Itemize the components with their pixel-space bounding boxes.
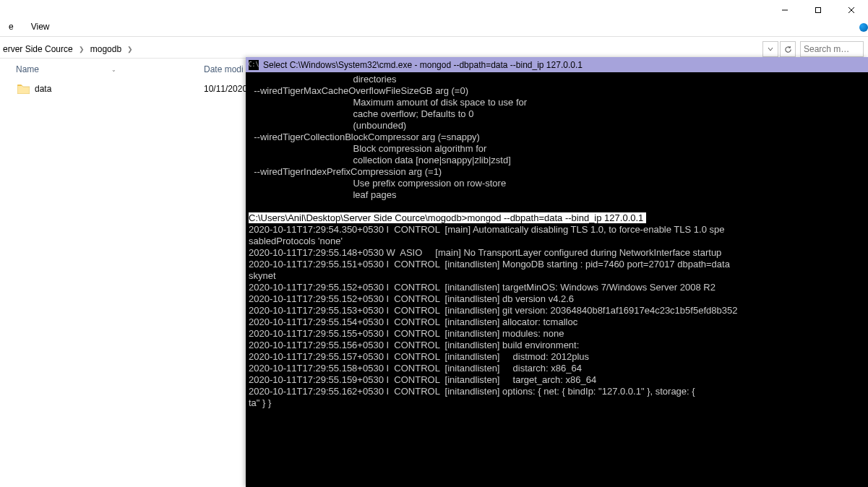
address-bar: erver Side Cource ❯ mogodb ❯ bbox=[0, 40, 868, 58]
refresh-button[interactable] bbox=[780, 41, 796, 57]
cmd-icon: C:\ bbox=[249, 60, 259, 70]
column-header-name[interactable]: Name ⌄ bbox=[16, 62, 204, 77]
search-input[interactable] bbox=[804, 44, 860, 54]
close-button[interactable] bbox=[835, 0, 868, 20]
ribbon-separator bbox=[0, 36, 868, 37]
cmd-body[interactable]: directories --wiredTigerMaxCacheOverflow… bbox=[246, 72, 868, 410]
search-box[interactable] bbox=[800, 41, 864, 57]
cmd-window[interactable]: C:\ Select C:\Windows\System32\cmd.exe -… bbox=[246, 57, 868, 487]
column-header-date-label: Date modi bbox=[204, 64, 244, 74]
cmd-prompt-line: C:\Users\Anil\Desktop\Server Side Cource… bbox=[249, 212, 646, 223]
breadcrumb-chevron-icon[interactable]: ❯ bbox=[124, 46, 136, 53]
folder-icon bbox=[16, 83, 30, 95]
svg-rect-1 bbox=[816, 8, 821, 13]
maximize-button[interactable] bbox=[802, 0, 835, 20]
cmd-title: Select C:\Windows\System32\cmd.exe - mon… bbox=[263, 59, 583, 71]
breadcrumb-item-1[interactable]: mogodb bbox=[87, 44, 124, 54]
file-name: data bbox=[35, 84, 204, 94]
menu-item-0[interactable]: e bbox=[0, 20, 22, 36]
breadcrumb-item-0[interactable]: erver Side Cource bbox=[0, 44, 76, 54]
column-header-name-label: Name bbox=[16, 64, 39, 74]
address-dropdown-button[interactable] bbox=[762, 41, 778, 57]
sort-caret-icon: ⌄ bbox=[111, 66, 116, 73]
window-controls bbox=[768, 0, 868, 20]
minimize-button[interactable] bbox=[768, 0, 802, 20]
menu-item-view[interactable]: View bbox=[22, 20, 59, 36]
breadcrumb-chevron-icon[interactable]: ❯ bbox=[76, 46, 87, 53]
cmd-title-bar[interactable]: C:\ Select C:\Windows\System32\cmd.exe -… bbox=[246, 57, 868, 72]
menu-bar: e View bbox=[0, 20, 868, 36]
